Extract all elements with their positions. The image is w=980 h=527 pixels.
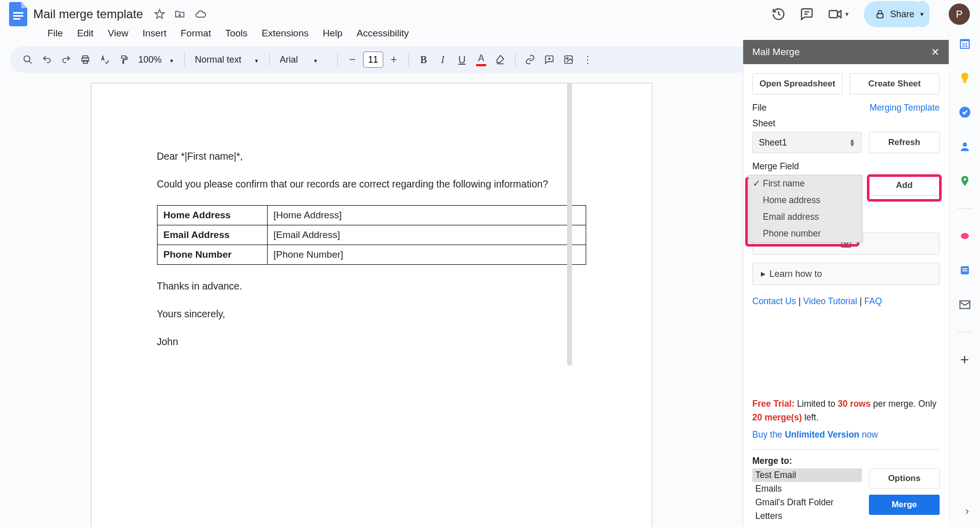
keep-icon[interactable]: [958, 71, 972, 85]
more-icon[interactable]: ⋮: [579, 51, 596, 68]
doc-closing2[interactable]: Yours sincerely,: [157, 307, 586, 321]
addon-icon-2[interactable]: [958, 263, 972, 277]
table-value[interactable]: [Home Address]: [267, 205, 586, 225]
refresh-button[interactable]: Refresh: [869, 132, 940, 153]
menu-insert[interactable]: Insert: [136, 26, 173, 41]
menu-edit[interactable]: Edit: [71, 26, 100, 41]
menu-view[interactable]: View: [101, 26, 134, 41]
table-value[interactable]: [Email Address]: [267, 225, 586, 245]
undo-icon[interactable]: [38, 51, 56, 68]
add-button[interactable]: Add: [869, 175, 940, 196]
doc-intro[interactable]: Could you please confirm that our record…: [157, 177, 586, 191]
underline-icon[interactable]: U: [453, 51, 471, 68]
cloud-status-icon[interactable]: [194, 8, 207, 20]
paragraph-style-select[interactable]: Normal text ▼: [191, 55, 263, 65]
share-dropdown[interactable]: ▼: [914, 1, 930, 27]
merge-to-list[interactable]: Test Email Emails Gmail's Draft Folder L…: [752, 468, 862, 523]
buy-unlimited-link[interactable]: Buy the Unlimited Version now: [752, 429, 940, 450]
sheet-select[interactable]: Sheet1 ▲▼: [752, 132, 862, 153]
svg-rect-4: [877, 14, 883, 18]
zoom-select[interactable]: 100% ▼: [134, 55, 178, 65]
table-label[interactable]: Email Address: [157, 225, 267, 245]
insert-link-icon[interactable]: [522, 51, 539, 68]
insert-comment-icon[interactable]: [541, 51, 558, 68]
merge-field-option[interactable]: Home address: [749, 192, 862, 209]
merge-to-option[interactable]: Emails: [752, 482, 862, 496]
learn-how-to[interactable]: ▶ Learn how to: [752, 263, 940, 285]
video-tutorial-link[interactable]: Video Tutorial: [803, 296, 857, 306]
font-family-select[interactable]: Arial ▼: [276, 55, 331, 65]
calendar-icon[interactable]: 31: [958, 36, 972, 51]
paint-format-icon[interactable]: [115, 51, 132, 68]
merge-to-option[interactable]: Test Email: [752, 468, 862, 482]
menu-accessibility[interactable]: Accessibility: [350, 26, 415, 41]
menu-extensions[interactable]: Extensions: [255, 26, 315, 41]
menu-format[interactable]: Format: [175, 26, 217, 41]
meet-icon[interactable]: ▼: [828, 7, 850, 21]
table-label[interactable]: Home Address: [157, 205, 267, 225]
trial-notice: Free Trial: Limited to 30 rows per merge…: [752, 397, 940, 424]
doc-greeting[interactable]: Dear *|First name|*,: [157, 149, 586, 164]
star-icon[interactable]: [154, 9, 165, 20]
merge-button[interactable]: Merge: [869, 495, 940, 515]
header-bar: Mail merge template ▼ Share ▼ P: [0, 0, 980, 24]
table-label[interactable]: Phone Number: [157, 245, 267, 264]
merge-field-option[interactable]: Phone number: [749, 225, 862, 242]
doc-closing1[interactable]: Thanks in advance.: [157, 279, 586, 294]
history-icon[interactable]: [771, 7, 786, 21]
merge-field-option[interactable]: First name: [749, 175, 862, 192]
menu-file[interactable]: File: [41, 26, 69, 41]
faq-link[interactable]: FAQ: [864, 296, 882, 306]
document-canvas[interactable]: Dear *|First name|*, Could you please co…: [0, 78, 743, 527]
font-size-input[interactable]: [363, 52, 383, 68]
decrease-font-icon[interactable]: −: [344, 51, 361, 68]
merge-field-label: Merge Field: [752, 161, 940, 172]
increase-font-icon[interactable]: +: [385, 51, 402, 68]
close-icon[interactable]: ✕: [931, 46, 940, 58]
create-sheet-button[interactable]: Create Sheet: [850, 73, 940, 94]
table-row: Email Address[Email Address]: [157, 225, 586, 245]
text-color-icon[interactable]: A: [473, 51, 490, 68]
italic-icon[interactable]: I: [434, 51, 451, 68]
add-addon-icon[interactable]: +: [958, 353, 972, 367]
merge-field-option[interactable]: Email address: [749, 209, 862, 225]
contact-link[interactable]: Contact Us: [752, 296, 796, 306]
redo-icon[interactable]: [58, 51, 75, 68]
move-icon[interactable]: [174, 9, 185, 20]
scrollbar[interactable]: [567, 83, 572, 366]
expand-rail-icon[interactable]: ›: [965, 505, 969, 518]
document-title[interactable]: Mail merge template: [33, 7, 143, 21]
panel-header: Mail Merge ✕: [743, 40, 949, 64]
bold-icon[interactable]: B: [415, 51, 432, 68]
doc-signature[interactable]: John: [157, 334, 586, 349]
addon-icon-1[interactable]: [958, 229, 972, 243]
doc-table[interactable]: Home Address[Home Address] Email Address…: [157, 205, 586, 265]
highlight-color-icon[interactable]: [492, 51, 509, 68]
merge-field-dropdown[interactable]: First name Home address Email address Ph…: [748, 175, 862, 243]
svg-rect-3: [829, 11, 837, 18]
file-label: File: [752, 103, 766, 113]
svg-rect-15: [963, 81, 966, 83]
table-value[interactable]: [Phone Number]: [267, 245, 586, 264]
open-spreadsheet-button[interactable]: Open Spreadsheet: [752, 73, 843, 94]
account-avatar[interactable]: P: [949, 4, 970, 25]
comments-icon[interactable]: [800, 7, 814, 21]
merge-to-option[interactable]: Letters: [752, 509, 862, 523]
svg-rect-0: [13, 12, 23, 14]
contacts-icon[interactable]: [958, 139, 972, 154]
maps-icon[interactable]: [958, 174, 972, 188]
menu-help[interactable]: Help: [317, 26, 348, 41]
svg-point-10: [566, 58, 568, 59]
merge-to-option[interactable]: Gmail's Draft Folder: [752, 496, 862, 509]
menu-tools[interactable]: Tools: [219, 26, 253, 41]
merging-template-link[interactable]: Merging Template: [869, 103, 940, 113]
insert-image-icon[interactable]: [560, 51, 577, 68]
docs-logo-icon[interactable]: [5, 1, 31, 27]
tasks-icon[interactable]: [958, 105, 972, 119]
mail-merge-panel: Mail Merge ✕ Open Spreadsheet Create She…: [743, 40, 949, 527]
print-icon[interactable]: [77, 51, 94, 68]
options-button[interactable]: Options: [869, 468, 940, 489]
spellcheck-icon[interactable]: [96, 51, 113, 68]
addon-icon-mail[interactable]: [958, 298, 972, 312]
search-icon[interactable]: [19, 51, 36, 68]
